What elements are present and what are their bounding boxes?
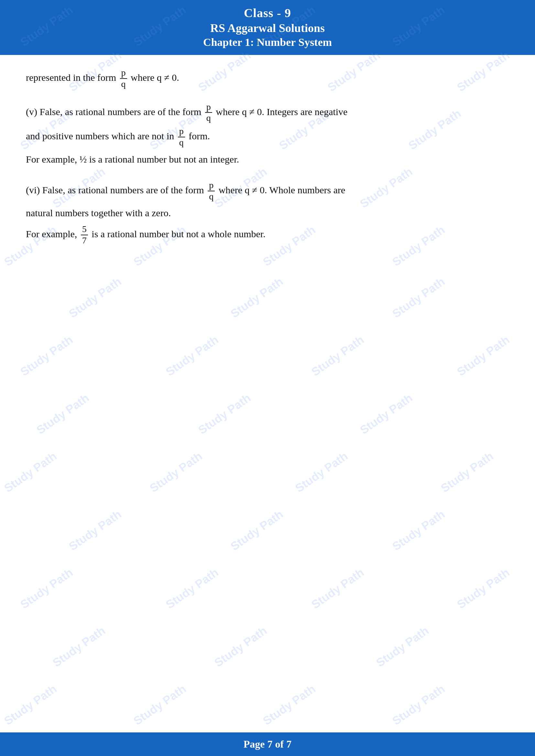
section-v-text1: False, as rational numbers are of the fo… <box>40 106 201 117</box>
section-v: (v) False, as rational numbers are of th… <box>26 102 509 167</box>
section-v-fraction1: p q <box>205 102 212 123</box>
intro-suffix: where q ≠ 0. <box>131 72 179 83</box>
section-v-frac2-num: p <box>178 126 185 137</box>
intro-text: represented in the form <box>26 72 116 83</box>
watermark: Study Path <box>2 449 59 495</box>
watermark: Study Path <box>309 566 366 611</box>
page-number: Page 7 of 7 <box>243 738 292 750</box>
watermark: Study Path <box>2 682 59 728</box>
page-header: Class - 9 RS Aggarwal Solutions Chapter … <box>0 0 535 55</box>
watermark: Study Path <box>163 566 221 611</box>
watermark: Study Path <box>438 449 496 495</box>
watermark: Study Path <box>309 333 366 379</box>
section-vi-label: (vi) <box>26 184 40 195</box>
section-v-fraction2: p q <box>178 126 185 148</box>
section-v-frac1-num: p <box>205 102 212 113</box>
section-vi-text3: natural numbers together with a zero. <box>26 207 171 218</box>
section-v-example: For example, ½ is a rational number but … <box>26 151 509 167</box>
section-vi-line2: natural numbers together with a zero. <box>26 204 509 221</box>
intro-fraction: p q <box>120 68 127 89</box>
section-v-line1: (v) False, as rational numbers are of th… <box>26 102 509 123</box>
watermark: Study Path <box>18 333 75 379</box>
section-vi-example-prefix: For example, <box>26 229 77 239</box>
header-chapter: Chapter 1: Number System <box>7 36 528 48</box>
section-v-example-text: For example, ½ is a rational number but … <box>26 154 239 165</box>
watermark: Study Path <box>455 566 512 611</box>
page-footer: Page 7 of 7 <box>0 732 535 756</box>
header-class: Class - 9 <box>7 6 528 20</box>
section-v-label: (v) <box>26 106 37 117</box>
section-vi-line1: (vi) False, as rational numbers are of t… <box>26 180 509 202</box>
watermark: Study Path <box>228 507 286 554</box>
section-vi-fraction1: p q <box>208 180 215 202</box>
watermark: Study Path <box>212 624 269 670</box>
intro-section: represented in the form p q where q ≠ 0. <box>26 68 509 89</box>
section-vi-example-fraction: 5 7 <box>81 224 88 246</box>
watermark: Study Path <box>357 391 415 437</box>
watermark: Study Path <box>18 566 75 611</box>
watermark: Study Path <box>390 682 447 728</box>
section-vi-frac1-num: p <box>208 180 215 191</box>
watermark: Study Path <box>455 333 512 379</box>
section-v-line2: and positive numbers which are not in p … <box>26 126 509 148</box>
watermark: Study Path <box>50 624 108 670</box>
section-vi-example: For example, 5 7 is a rational number bu… <box>26 224 509 246</box>
section-vi-frac-ex-num: 5 <box>81 224 88 235</box>
section-v-frac1-den: q <box>205 113 212 123</box>
section-v-frac2-den: q <box>178 137 185 148</box>
watermark: Study Path <box>390 507 447 554</box>
section-v-text3: and positive numbers which are not in <box>26 131 174 141</box>
intro-fraction-numerator: p <box>120 68 127 79</box>
intro-fraction-denominator: q <box>120 79 127 89</box>
section-vi-text2: where q ≠ 0. Whole numbers are <box>219 184 346 195</box>
watermark: Study Path <box>260 682 318 728</box>
watermark: Study Path <box>374 624 431 670</box>
watermark: Study Path <box>34 391 92 437</box>
section-vi-frac1-den: q <box>208 191 215 202</box>
watermark: Study Path <box>196 391 253 437</box>
section-vi: (vi) False, as rational numbers are of t… <box>26 180 509 246</box>
main-content: represented in the form p q where q ≠ 0.… <box>0 55 535 291</box>
watermark: Study Path <box>293 449 350 495</box>
section-vi-frac-ex-den: 7 <box>81 235 88 246</box>
watermark: Study Path <box>66 507 124 554</box>
section-vi-text1: False, as rational numbers are of the fo… <box>42 184 204 195</box>
section-v-text4: form. <box>188 131 210 141</box>
watermark: Study Path <box>147 449 205 495</box>
section-vi-example-suffix: is a rational number but not a whole num… <box>92 229 265 239</box>
watermark: Study Path <box>131 682 188 728</box>
section-v-text2: where q ≠ 0. Integers are negative <box>216 106 348 117</box>
header-title: RS Aggarwal Solutions <box>7 21 528 35</box>
watermark: Study Path <box>163 333 221 379</box>
